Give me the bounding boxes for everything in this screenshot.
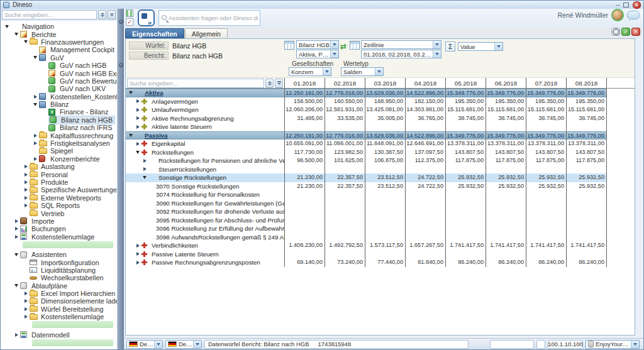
grid-cell[interactable]: [365, 233, 406, 242]
tree-item-kostenstellenumlage[interactable]: Kostenstellenumlage: [1, 233, 117, 241]
grid-cell[interactable]: [526, 123, 567, 131]
grid-cell[interactable]: 24.722,50: [406, 182, 446, 191]
grid-cell[interactable]: [285, 216, 325, 225]
grid-cell[interactable]: 35.005,00: [365, 114, 406, 123]
tree-item-importe[interactable]: Importe: [1, 217, 117, 225]
grid-cell[interactable]: [285, 233, 325, 242]
chevron-down-icon[interactable]: [13, 33, 20, 36]
chevron-down-icon[interactable]: [3, 25, 11, 28]
grid-row-passiva[interactable]: Passiva12.250.191,0012.776.016,0013.629.…: [126, 131, 635, 140]
grid-search-input[interactable]: [127, 79, 264, 88]
grid-cell[interactable]: [567, 199, 607, 208]
chevron-right-icon[interactable]: [31, 134, 39, 138]
grid-cell[interactable]: 117.875,00: [486, 156, 526, 165]
grid-sort-button[interactable]: [265, 79, 274, 88]
grid-row-passive-rechnungsabgrenzungsposten[interactable]: Passive Rechnungsabgrenzungsposten69.140…: [126, 258, 635, 267]
grid-cell[interactable]: 21.230,00: [285, 173, 325, 182]
grid-cell[interactable]: [526, 233, 567, 242]
grid-cell[interactable]: [446, 199, 486, 208]
grid-cell[interactable]: [567, 123, 607, 131]
column-header-06-2018[interactable]: 06.2018: [486, 78, 526, 88]
grid-cell[interactable]: [486, 250, 526, 259]
grid-cell[interactable]: 130.387,50: [365, 148, 406, 157]
tree-item-dimensionselemente-laden[interactable]: Dimensionselemente laden: [1, 297, 117, 305]
chevron-down-icon[interactable]: [375, 68, 383, 75]
grid-cell[interactable]: 106.875,00: [365, 156, 406, 165]
column-header-05-2018[interactable]: 05.2018: [446, 78, 486, 88]
grid-cell[interactable]: 25.932,50: [446, 182, 486, 191]
grid-cell[interactable]: [406, 199, 446, 208]
grid-cell[interactable]: 38.745,00: [446, 114, 486, 123]
grid-cell[interactable]: 101.625,00: [325, 156, 365, 165]
chevron-right-icon[interactable]: [22, 173, 30, 177]
chevron-down-icon[interactable]: [13, 284, 20, 287]
splitter-collapse-button[interactable]: [119, 19, 123, 24]
splitter-handle[interactable]: [119, 63, 123, 67]
grid-cell[interactable]: 25.932,50: [567, 182, 607, 191]
tree-item-bilanz-nach-hgb[interactable]: Bilanz nach HGB: [1, 116, 117, 124]
chevron-right-icon[interactable]: [22, 292, 30, 295]
grid-cell[interactable]: [325, 224, 365, 233]
chevron-down-icon[interactable]: [154, 341, 162, 348]
grid-cell[interactable]: 1.657.267,50: [406, 241, 446, 250]
column-header-03-2018[interactable]: 03.2018: [365, 78, 406, 88]
grid-cell[interactable]: 22.357,50: [325, 173, 365, 182]
grid-cell[interactable]: [285, 165, 325, 174]
chevron-down-icon[interactable]: [193, 341, 201, 348]
tree-item-ablaufpl-ne[interactable]: Ablaufpläne: [1, 282, 117, 290]
language-select-1[interactable]: Deutsch: [126, 340, 163, 349]
grid-cell[interactable]: 1.741.417,50: [486, 241, 526, 250]
grid-cell[interactable]: 158.500,00: [285, 97, 325, 106]
grid-row-3098-aufwandsr-ckstellungen-gem-249-abs-2-hgb[interactable]: 3098 AufwandsRückstellungen gemäß § 249 …: [126, 233, 635, 242]
grid-cell[interactable]: 86.240,00: [486, 258, 526, 267]
chevron-right-icon[interactable]: [134, 261, 142, 265]
grid-cell[interactable]: 77.440,00: [365, 258, 406, 267]
grid-cell[interactable]: [406, 233, 446, 242]
grid-cell[interactable]: 22.357,50: [325, 182, 365, 191]
grid-row-3096-r-ckstellung-zur-erf-llung-der-aufbewahrungspfli[interactable]: 3096 Rückstellung zur Erfüllung der Aufb…: [126, 224, 635, 233]
grid-cell[interactable]: [486, 199, 526, 208]
grid-cell[interactable]: 12.776.016,00: [325, 131, 365, 140]
grid-cell[interactable]: 1.408.230,00: [285, 241, 325, 250]
tree-item-personal[interactable]: Personal: [1, 170, 117, 178]
sort-rows-button[interactable]: [98, 10, 106, 19]
grid-cell[interactable]: 15.349.776,00: [446, 131, 486, 140]
grid-cell[interactable]: 1.573.117,50: [365, 241, 406, 250]
grid-row-3074-r-ckstellung-f-r-personalkosten[interactable]: 3074 Rückstellung für Personalkosten: [126, 190, 635, 199]
grid-cell[interactable]: [567, 207, 607, 216]
grid-cell[interactable]: [486, 165, 526, 174]
grid-cell[interactable]: 73.240,00: [325, 258, 365, 267]
grid-cell[interactable]: 69.140,00: [285, 258, 325, 267]
chevron-down-icon[interactable]: [127, 91, 135, 94]
tree-item-assistenten[interactable]: Assistenten: [1, 251, 117, 258]
grid-cell[interactable]: 117.730,00: [285, 148, 325, 157]
grid-cell[interactable]: [285, 224, 325, 233]
chevron-down-icon[interactable]: [433, 50, 441, 58]
grid-cell[interactable]: 25.932,50: [526, 173, 567, 182]
grid-cell[interactable]: [365, 165, 406, 174]
grid-cell[interactable]: [446, 207, 486, 216]
grid-cell[interactable]: [285, 250, 325, 259]
grid-cell[interactable]: [446, 123, 486, 131]
chevron-right-icon[interactable]: [134, 125, 142, 129]
columns-dimension-select[interactable]: Zeitlinie: [361, 40, 441, 49]
grid-cell[interactable]: [285, 199, 325, 208]
grid-row-sonstige-r-ckstellungen[interactable]: Sonstige Rückstellungen21.230,0022.357,5…: [126, 173, 635, 182]
chevron-right-icon[interactable]: [31, 157, 39, 161]
gear-icon[interactable]: [611, 28, 620, 36]
chevron-right-icon[interactable]: [134, 142, 142, 146]
grid-row-r-ckstellungen-f-r-pensionen-und-hnliche-verpflichtungen[interactable]: Rückstellungen für Pensionen und ähnlich…: [126, 156, 635, 165]
tab-allgemein[interactable]: Allgemein: [185, 28, 228, 38]
tree-item-auslastung[interactable]: Auslastung: [1, 163, 117, 170]
table-columns-icon[interactable]: [126, 9, 133, 17]
grid-cell[interactable]: 81.840,00: [406, 258, 446, 267]
grid-cell[interactable]: [567, 216, 607, 225]
tree-item-produkte[interactable]: Produkte: [1, 178, 117, 186]
grid-cell[interactable]: [526, 250, 567, 259]
grid-cell[interactable]: [567, 233, 607, 242]
grid-cell[interactable]: 24.722,50: [406, 173, 446, 182]
grid-cell[interactable]: 15.349.776,00: [486, 89, 526, 97]
open-report-icon[interactable]: [138, 9, 155, 26]
grid-cell[interactable]: [526, 190, 567, 199]
grid-cell[interactable]: [365, 224, 406, 233]
